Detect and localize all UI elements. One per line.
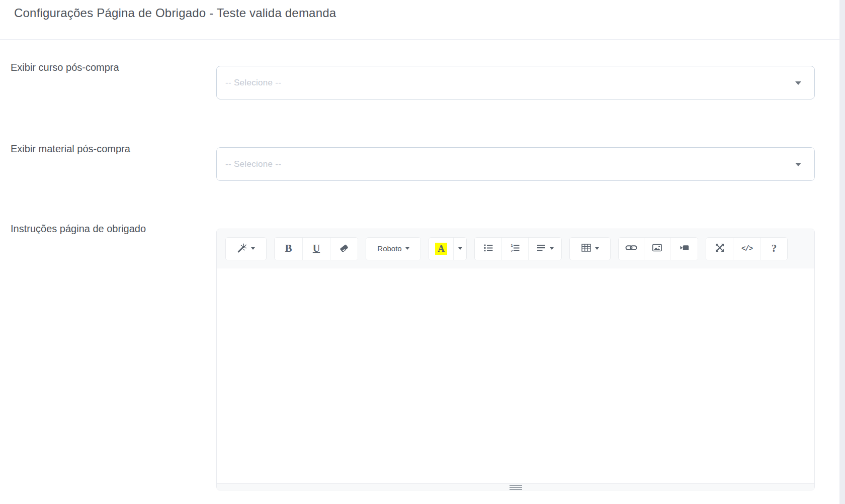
chevron-down-icon — [405, 247, 409, 250]
picture-icon — [652, 243, 662, 254]
link-icon — [625, 243, 637, 254]
rich-text-editor: B U — [216, 229, 815, 490]
chevron-down-icon — [795, 81, 801, 85]
editor-toolbar: B U — [217, 229, 814, 268]
select-placeholder: -- Selecione -- — [225, 159, 281, 169]
header-divider — [0, 39, 839, 40]
page-title: Configurações Página de Obrigado - Teste… — [14, 4, 336, 22]
unordered-list-button[interactable] — [475, 238, 501, 260]
editor-content[interactable] — [217, 268, 814, 483]
align-paragraph-icon — [537, 243, 546, 254]
ordered-list-icon: 1 2 — [510, 243, 520, 254]
clear-formatting-button[interactable] — [330, 238, 358, 260]
chevron-down-icon — [458, 247, 462, 250]
svg-text:1: 1 — [511, 243, 513, 248]
toolbar-group-fontstyle: B U — [274, 237, 358, 260]
chevron-down-icon — [795, 163, 801, 166]
eraser-icon — [339, 243, 349, 254]
table-icon — [581, 243, 592, 254]
toolbar-group-style — [225, 237, 267, 260]
select-placeholder: -- Selecione -- — [225, 78, 281, 88]
chevron-down-icon — [251, 247, 255, 250]
toolbar-group-fontname: Roboto — [366, 237, 421, 260]
settings-page: Configurações Página de Obrigado - Teste… — [0, 0, 845, 504]
vertical-scrollbar[interactable] — [839, 0, 845, 504]
question-mark-icon: ? — [772, 242, 777, 255]
toolbar-group-view: </> ? — [706, 237, 788, 260]
code-view-button[interactable]: </> — [733, 238, 760, 260]
style-dropdown-button[interactable] — [226, 238, 266, 260]
video-camera-icon — [679, 243, 690, 254]
insert-link-button[interactable] — [619, 238, 644, 260]
svg-text:2: 2 — [511, 249, 513, 253]
font-family-label: Roboto — [377, 244, 401, 253]
color-picker-dropdown-button[interactable] — [453, 238, 466, 260]
font-color-icon: A — [435, 243, 447, 255]
insert-picture-button[interactable] — [644, 238, 670, 260]
toolbar-group-paragraph: 1 2 — [474, 237, 562, 260]
fullscreen-button[interactable] — [706, 238, 733, 260]
underline-icon: U — [313, 243, 320, 254]
magic-wand-icon — [237, 243, 247, 255]
text-color-button[interactable]: A — [429, 238, 453, 260]
insert-table-dropdown-button[interactable] — [570, 238, 610, 260]
editor-resize-handle[interactable] — [510, 485, 522, 490]
toolbar-group-color: A — [429, 237, 467, 260]
underline-button[interactable]: U — [302, 238, 330, 260]
bold-icon: B — [285, 242, 292, 255]
chevron-down-icon — [595, 247, 599, 250]
label-instrucoes: Instruções página de obrigado — [11, 223, 146, 235]
toolbar-group-insert — [618, 237, 698, 260]
toolbar-group-table — [569, 237, 611, 260]
fullscreen-arrows-icon — [715, 243, 725, 254]
ordered-list-button[interactable]: 1 2 — [501, 238, 528, 260]
unordered-list-icon — [483, 243, 493, 254]
label-exibir-curso: Exibir curso pós-compra — [11, 62, 119, 73]
insert-video-button[interactable] — [670, 238, 698, 260]
help-button[interactable]: ? — [760, 238, 787, 260]
select-exibir-material[interactable]: -- Selecione -- — [216, 147, 815, 181]
select-exibir-curso[interactable]: -- Selecione -- — [216, 66, 815, 99]
editor-statusbar — [217, 483, 814, 490]
bold-button[interactable]: B — [275, 238, 302, 260]
chevron-down-icon — [550, 247, 554, 250]
paragraph-align-dropdown-button[interactable] — [528, 238, 561, 260]
code-view-icon: </> — [741, 245, 752, 253]
font-family-dropdown-button[interactable]: Roboto — [366, 238, 420, 260]
label-exibir-material: Exibir material pós-compra — [11, 143, 130, 155]
